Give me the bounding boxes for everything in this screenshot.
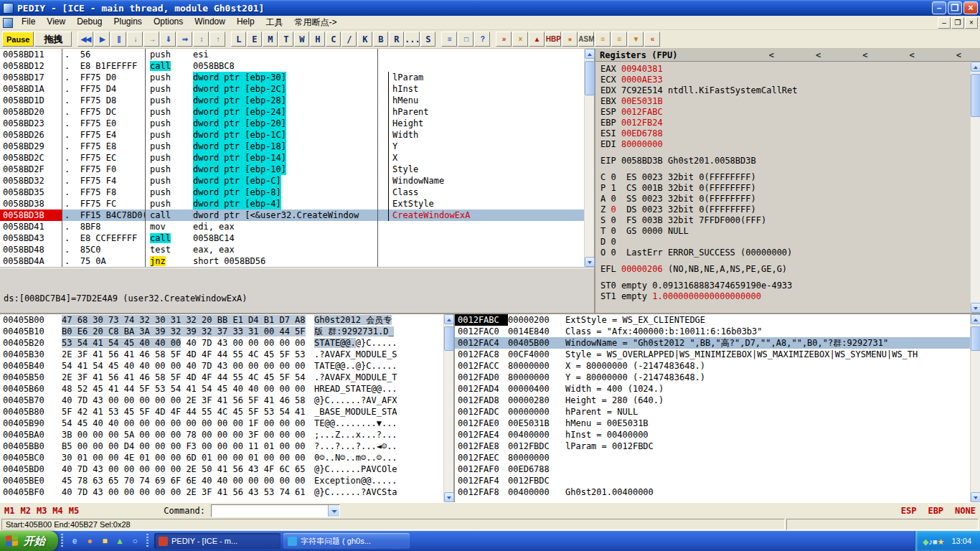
media-player-icon[interactable]: ● — [84, 535, 95, 547]
panel-button-windows[interactable]: W — [294, 32, 309, 47]
disasm-row[interactable]: 0058BD35. FF75 F8pushdword ptr [ebp-8]Cl… — [0, 187, 585, 198]
dump-row[interactable]: 00405BC030 01 00 00 4E 01 00 00 6D 01 00… — [0, 452, 453, 463]
dump-row[interactable]: 00405B10B0 E6 20 C8 BA 3A 39 32 39 32 37… — [0, 326, 453, 337]
help-button[interactable]: ? — [474, 32, 490, 47]
plugin-fly-button[interactable]: » — [496, 32, 512, 47]
panel-button-patches[interactable]: / — [341, 32, 357, 47]
command-tab-m2[interactable]: M2 — [20, 506, 30, 516]
dump-row[interactable]: 00405B7040 7D 43 00 00 00 00 00 2E 3F 41… — [0, 395, 453, 406]
stack-row[interactable]: 0012FAD080000000Y = 80000000 (-214748364… — [455, 372, 980, 383]
disasm-row[interactable]: 0058BD3B. FF15 B4C78D0(calldword ptr [<&… — [0, 209, 585, 221]
scroll-track[interactable] — [971, 72, 980, 303]
scroll-track[interactable] — [444, 324, 453, 492]
minimize-button[interactable]: – — [932, 1, 946, 14]
command-tab-m4[interactable]: M4 — [52, 506, 62, 516]
panel-button-breakpoints[interactable]: B — [373, 32, 388, 47]
stack-row[interactable]: 0012FACC80000000X = 80000000 (-214748364… — [455, 360, 980, 372]
menu-window[interactable]: Window — [189, 15, 231, 30]
dump-row[interactable]: 00405B2053 54 41 54 45 40 40 00 40 7D 43… — [0, 337, 453, 349]
disasm-row[interactable]: 0058BD4A. 75 0Ajnzshort 0058BD56 — [0, 255, 585, 267]
scroll-down-arrow-icon[interactable] — [971, 303, 980, 313]
menu-options[interactable]: Options — [148, 15, 189, 30]
menu-common-breakpoints[interactable]: 常用断点-> — [289, 15, 343, 30]
ie-icon[interactable]: e — [69, 535, 80, 547]
plugin-db2-button[interactable]: ≡ — [611, 32, 627, 47]
step-into-button[interactable]: ↓ — [127, 32, 143, 47]
menu-file[interactable]: File — [16, 15, 41, 30]
stack-scrollbar[interactable] — [970, 314, 980, 502]
stack-row[interactable]: 0012FABC00000200ExtStyle = WS_EX_CLIENTE… — [455, 314, 980, 326]
scroll-down-arrow-icon[interactable] — [585, 257, 595, 267]
menu-view[interactable]: View — [41, 15, 71, 30]
stack-row[interactable]: 0012FAE400400000hInst = 00400000 — [455, 429, 980, 441]
disasm-row[interactable]: 0058BD1D. FF75 D8pushdword ptr [ebp-28]h… — [0, 95, 585, 106]
panel-button-references[interactable]: R — [389, 32, 404, 47]
windows-list-button[interactable]: □ — [458, 32, 473, 47]
scroll-thumb[interactable] — [971, 74, 980, 117]
disassembly-scrollbar[interactable] — [584, 49, 594, 267]
stack-row[interactable]: 0012FAF000ED6788 — [455, 463, 980, 475]
scroll-down-arrow-icon[interactable] — [971, 492, 980, 502]
scroll-track[interactable] — [971, 324, 980, 492]
disasm-row[interactable]: 0058BD11. 56pushesi — [0, 49, 585, 60]
stack-row[interactable]: 0012FADC00000000hParent = NULL — [455, 406, 980, 418]
restart-button[interactable]: ◀◀ — [77, 32, 93, 47]
dump-row[interactable]: 00405B302E 3F 41 56 41 46 58 5F 4D 4F 44… — [0, 349, 453, 360]
folder-icon[interactable]: ■ — [99, 535, 110, 547]
ime-tray-icon[interactable]: ★ — [938, 537, 945, 546]
disasm-row[interactable]: 0058BD41. 8BF8movedi, eax — [0, 221, 585, 232]
menu-help[interactable]: Help — [231, 15, 260, 30]
dump-row[interactable]: 00405BE045 78 63 65 70 74 69 6F 6E 40 40… — [0, 475, 453, 486]
registers-pane-arrow-icon[interactable]: < — [769, 50, 774, 60]
dump-row[interactable]: 00405B0047 68 30 73 74 32 30 31 32 20 BB… — [0, 314, 453, 326]
menu-plugins[interactable]: Plugins — [108, 15, 148, 30]
close-button[interactable]: × — [963, 1, 978, 14]
scroll-up-arrow-icon[interactable] — [585, 49, 595, 59]
dump-row[interactable]: 00405BB0B5 00 00 00 D4 00 00 00 F3 00 00… — [0, 441, 453, 452]
scroll-up-arrow-icon[interactable] — [971, 62, 980, 72]
pause-button[interactable]: || — [110, 32, 126, 47]
scroll-thumb[interactable] — [585, 61, 595, 95]
scroll-thumb[interactable] — [971, 326, 980, 351]
start-button[interactable]: 开始 — [0, 531, 58, 551]
disasm-row[interactable]: 0058BD17. FF75 D0pushdword ptr [ebp-30]l… — [0, 72, 585, 83]
network-tray-icon[interactable]: ■ — [933, 537, 938, 546]
pause-status-button[interactable]: Pause — [2, 32, 34, 47]
mdi-close-button[interactable]: × — [965, 17, 978, 29]
stack-row[interactable]: 0012FAF40012FBDC — [455, 475, 980, 486]
disasm-row[interactable]: 0058BD1A. FF75 D4pushdword ptr [ebp-2C]h… — [0, 83, 585, 95]
dump-row[interactable]: 00405B805F 42 41 53 45 5F 4D 4F 44 55 4C… — [0, 406, 453, 418]
stack-row[interactable]: 0012FAE80012FBDClParam = 0012FBDC — [455, 441, 980, 452]
registers-pane-arrow-icon[interactable]: < — [956, 50, 961, 60]
dump-row[interactable]: 00405B9054 45 40 40 00 00 00 00 00 00 00… — [0, 418, 453, 429]
dump-row[interactable]: 00405BA03B 00 00 00 5A 00 00 00 78 00 00… — [0, 429, 453, 441]
animate-into-button[interactable]: ⇓ — [160, 32, 176, 47]
registers-pane-arrow-icon[interactable]: < — [816, 50, 821, 60]
execute-till-return-button[interactable]: ↑ — [209, 32, 225, 47]
plugin-cut-button[interactable]: × — [512, 32, 528, 47]
command-tab-m5[interactable]: M5 — [69, 506, 79, 516]
stack-row[interactable]: 0012FAF800400000Gh0st201.00400000 — [455, 486, 980, 498]
stack-row[interactable]: 0012FAEC80000000 — [455, 452, 980, 463]
panel-button-threads[interactable]: T — [278, 32, 293, 47]
scroll-thumb[interactable] — [444, 326, 454, 351]
disasm-row[interactable]: 0058BD48. 85C0testeax, eax — [0, 244, 585, 255]
run-button[interactable]: ▶ — [94, 32, 110, 47]
panel-button-cpu[interactable]: C — [326, 32, 341, 47]
plugin-up-button[interactable]: ▲ — [529, 32, 545, 47]
command-tab-m1[interactable]: M1 — [4, 506, 14, 516]
step-over-button[interactable]: → — [143, 32, 159, 47]
stack-row[interactable]: 0012FAD400000400Width = 400 (1024.) — [455, 383, 980, 395]
menu-tools[interactable]: 工具 — [260, 15, 289, 30]
plugin-box2-button[interactable]: « — [644, 32, 660, 47]
disasm-row[interactable]: 0058BD20. FF75 DCpushdword ptr [ebp-24]h… — [0, 106, 585, 118]
disasm-row[interactable]: 0058BD23. FF75 E0pushdword ptr [ebp-20]H… — [0, 118, 585, 129]
panel-button-memory[interactable]: M — [263, 32, 278, 47]
registers-scrollbar[interactable] — [970, 62, 980, 313]
plugin-orb-button[interactable]: ● — [562, 32, 578, 47]
qq-icon[interactable]: ○ — [129, 535, 141, 547]
dump-row[interactable]: 00405B502E 3F 41 56 41 46 58 5F 4D 4F 44… — [0, 372, 453, 383]
dump-row[interactable]: 00405BF040 7D 43 00 00 00 00 00 2E 3F 41… — [0, 486, 453, 498]
scroll-track[interactable] — [585, 59, 594, 257]
messenger-icon[interactable]: ▲ — [114, 535, 126, 547]
